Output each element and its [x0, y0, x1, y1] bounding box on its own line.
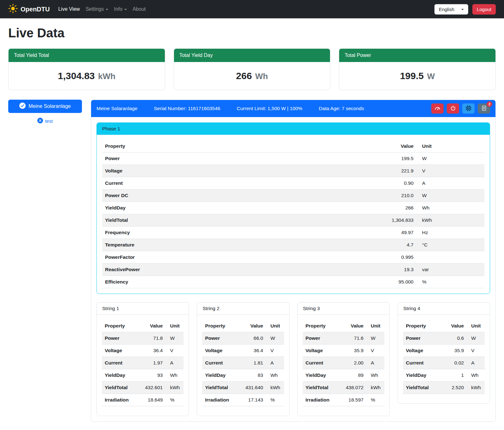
nav-info[interactable]: Info — [111, 4, 130, 15]
table-header-row: Property Value Unit — [202, 320, 284, 332]
inverter-select-button[interactable]: Meine Solaranlage — [8, 100, 82, 113]
row-value: 2.520 — [439, 382, 467, 394]
string-card-body: Property Value Unit Power — [197, 315, 289, 416]
nav-about[interactable]: About — [130, 4, 149, 15]
row-property: YieldDay — [303, 369, 339, 382]
limit-settings-button[interactable] — [431, 103, 444, 114]
row-unit: V — [165, 345, 184, 357]
table-row: Power 71.8 W — [102, 332, 184, 345]
table-row: Power 0.6 W — [403, 332, 485, 345]
string-table: Property Value Unit Power — [403, 320, 485, 394]
row-value: 35.9 — [339, 345, 366, 357]
row-value: 0.90 — [369, 177, 416, 190]
table-row: YieldDay 93 Wh — [102, 369, 184, 382]
inverter-panel: Meine Solaranlage Serial Number: 1161716… — [91, 100, 496, 422]
row-property: YieldTotal — [102, 382, 138, 394]
row-unit: A — [366, 357, 384, 369]
col-unit: Unit — [165, 320, 184, 332]
app-brand[interactable]: OpenDTU — [8, 4, 50, 15]
row-value: 83 — [238, 369, 266, 382]
row-unit — [416, 251, 484, 264]
col-unit: Unit — [416, 140, 484, 153]
col-value: Value — [238, 320, 266, 332]
table-header-row: Property Value Unit — [303, 320, 384, 332]
summary-card-body: 1,304.83 kWh — [9, 62, 165, 90]
row-property: Irradiation — [303, 394, 339, 406]
table-row: Voltage 36.4 V — [102, 345, 184, 357]
main-row: Meine Solaranlage test Meine Solaranlage… — [8, 100, 496, 422]
nav-live-view[interactable]: Live View — [55, 4, 83, 15]
string-card-body: Property Value Unit Power — [398, 315, 490, 403]
row-unit: var — [416, 264, 484, 276]
row-property: Power — [102, 153, 369, 165]
string-table: Property Value Unit Power — [202, 320, 284, 406]
row-property: Power — [403, 332, 439, 345]
logout-button[interactable]: Logout — [472, 4, 496, 15]
row-unit: Wh — [366, 369, 384, 382]
row-value: 432.601 — [138, 382, 166, 394]
row-property: YieldTotal — [403, 382, 439, 394]
row-property: Temperature — [102, 239, 369, 251]
row-property: YieldDay — [102, 202, 369, 214]
sidebar-item-test-label: test — [45, 118, 53, 124]
power-button[interactable] — [447, 103, 459, 114]
row-unit: A — [266, 357, 284, 369]
row-unit: % — [366, 394, 384, 406]
sidebar-item-test[interactable]: test — [8, 118, 82, 124]
strings-row: String 1 Property Value Unit — [96, 302, 490, 416]
table-header-row: Property Value Unit — [102, 140, 484, 153]
device-info-button[interactable] — [462, 103, 475, 114]
language-select[interactable]: English — [434, 4, 468, 15]
row-property: PowerFactor — [102, 251, 369, 264]
top-navbar: OpenDTU Live View Settings Info About En… — [0, 0, 504, 18]
row-value: 1.81 — [238, 357, 266, 369]
row-value: 35.9 — [439, 345, 467, 357]
summary-card-title: Total Yield Day — [174, 49, 330, 62]
table-row: YieldTotal 431.640 kWh — [202, 382, 284, 394]
row-unit: W — [366, 332, 384, 345]
row-property: Power — [102, 332, 138, 345]
summary-unit: W — [427, 72, 435, 81]
row-property: Current — [202, 357, 238, 369]
row-unit: % — [416, 276, 484, 288]
string-card-2: String 2 Property Value Unit — [197, 302, 289, 416]
gauge-icon — [434, 105, 441, 112]
row-unit: kWh — [416, 214, 484, 227]
row-value: 210.0 — [369, 190, 416, 202]
row-value: 438.072 — [339, 382, 366, 394]
col-unit: Unit — [266, 320, 284, 332]
table-row: Irradiation 18.649 % — [102, 394, 184, 406]
row-unit: kWh — [467, 382, 485, 394]
inverter-sidebar: Meine Solaranlage test — [8, 100, 82, 124]
event-log-button[interactable]: 2 — [478, 103, 490, 114]
inverter-panel-header: Meine Solaranlage Serial Number: 1161716… — [91, 100, 495, 117]
nav-settings[interactable]: Settings — [83, 4, 111, 15]
table-header-row: Property Value Unit — [403, 320, 485, 332]
col-property: Property — [403, 320, 439, 332]
row-value: 4.7 — [369, 239, 416, 251]
phase-card: Phase 1 Property Value Unit — [96, 122, 490, 294]
row-unit: °C — [416, 239, 484, 251]
row-value: 0.6 — [439, 332, 467, 345]
row-value: 95.000 — [369, 276, 416, 288]
row-property: Current — [303, 357, 339, 369]
string-table-body: Power 66.0 W Voltage 36.4 V — [202, 332, 284, 406]
row-unit: W — [416, 190, 484, 202]
summary-card-title: Total Yield Total — [9, 49, 165, 62]
string-card-body: Property Value Unit Power — [97, 315, 189, 416]
phase-card-body: Property Value Unit Power — [97, 135, 490, 294]
table-row: Power DC 210.0 W — [102, 190, 484, 202]
row-value: 266 — [369, 202, 416, 214]
row-value: 221.9 — [369, 165, 416, 177]
row-property: Irradiation — [102, 394, 138, 406]
summary-unit: Wh — [255, 72, 268, 81]
row-value: 71.8 — [138, 332, 166, 345]
inverter-name: Meine Solaranlage — [96, 106, 137, 111]
table-row: Voltage 221.9 V — [102, 165, 484, 177]
table-row: Current 0.02 A — [403, 357, 485, 369]
row-value: 36.4 — [138, 345, 166, 357]
row-unit: Wh — [467, 369, 485, 382]
row-unit: V — [416, 165, 484, 177]
summary-unit: kWh — [98, 72, 115, 81]
phase-table-body: Power 199.5 W Voltage 221.9 V — [102, 153, 484, 288]
